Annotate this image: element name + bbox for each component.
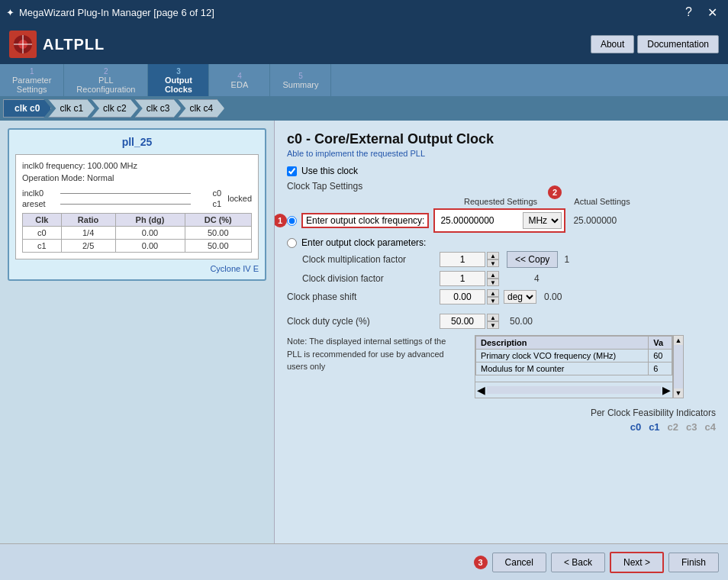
operation-mode: Operation Mode: Normal xyxy=(22,173,252,182)
phase-up-btn[interactable]: ▲ xyxy=(487,289,499,297)
table-row: Modulus for M counter 6 xyxy=(476,362,672,375)
page-title: c0 - Core/External Output Clock xyxy=(287,131,716,147)
mult-actual-value: 1 xyxy=(564,254,625,265)
div-label: Clock division factor xyxy=(302,273,440,284)
copy-button[interactable]: << Copy xyxy=(507,251,558,268)
clock-tabs: clk c0 clk c1 clk c2 clk c3 clk c4 xyxy=(0,96,728,121)
ports-area: inclk0 c0 areset c1 locked xyxy=(22,187,252,210)
settings-headers: Requested Settings 2 Actual Settings xyxy=(440,196,716,207)
feasibility-title: Per Clock Feasibility Indicators xyxy=(287,408,716,418)
finish-button[interactable]: Finish xyxy=(668,553,719,572)
about-button[interactable]: About xyxy=(591,35,634,53)
phase-down-btn[interactable]: ▼ xyxy=(487,297,499,304)
radio-freq[interactable] xyxy=(287,216,297,226)
info-table: Description Va Primary clock VCO frequen… xyxy=(475,336,672,375)
port-areset: areset c1 xyxy=(22,199,221,208)
table-row: Primary clock VCO frequency (MHz) 60 xyxy=(476,350,672,362)
titlebar: ✦ MegaWizard Plug-In Manager [page 6 of … xyxy=(0,0,728,24)
scroll-right-btn[interactable]: ▶ xyxy=(662,384,671,396)
badge-1: 1 xyxy=(275,214,287,227)
cancel-button[interactable]: Cancel xyxy=(492,553,546,572)
div-input[interactable] xyxy=(440,271,485,286)
documentation-button[interactable]: Documentation xyxy=(637,35,719,53)
clk-tab-c2[interactable]: clk c2 xyxy=(92,99,138,118)
clk-tab-c1[interactable]: clk c1 xyxy=(48,99,95,118)
note-area: Note: The displayed internal settings of… xyxy=(287,335,462,373)
left-panel: pll_25 inclk0 frequency: 100.000 MHz Ope… xyxy=(0,121,275,543)
phase-spinner[interactable]: ▲ ▼ xyxy=(487,289,499,304)
page-subtitle: Able to implement the requested PLL xyxy=(287,149,716,158)
clk-tab-c0[interactable]: clk c0 xyxy=(3,99,51,118)
mult-input[interactable] xyxy=(440,252,485,267)
badge-2: 2 xyxy=(548,185,562,199)
phase-unit-select[interactable]: deg ps xyxy=(504,290,536,304)
duty-input[interactable] xyxy=(440,314,485,329)
freq-unit-select[interactable]: MHz KHz xyxy=(523,212,562,229)
titlebar-title: ✦ MegaWizard Plug-In Manager [page 6 of … xyxy=(6,7,214,18)
table-row: c1 2/5 0.00 50.00 xyxy=(23,240,252,253)
clk-tab-c4[interactable]: clk c4 xyxy=(178,99,224,118)
main-content: pll_25 inclk0 frequency: 100.000 MHz Ope… xyxy=(0,121,728,543)
wizard-tabs: 1 Parameter Settings 2 PLL Reconfigurati… xyxy=(0,64,728,96)
freq-actual-value: 25.000000 xyxy=(573,215,642,226)
info-table-area: Description Va Primary clock VCO frequen… xyxy=(475,335,716,398)
scroll-left-btn[interactable]: ◀ xyxy=(477,384,485,396)
feasibility-clocks: c0 c1 c2 c3 c4 xyxy=(287,421,716,433)
vertical-scrollbar[interactable]: ▲ ▼ xyxy=(673,335,684,398)
duty-up-btn[interactable]: ▲ xyxy=(487,314,499,321)
feas-c4: c4 xyxy=(705,421,716,433)
pll-ratio-table: Clk Ratio Ph (dg) DC (%) c0 1/4 0.00 50.… xyxy=(22,213,252,253)
header-buttons: About Documentation xyxy=(591,35,719,53)
app-icon: ✦ xyxy=(6,7,14,18)
radio-freq-label: Enter output clock frequency: xyxy=(301,213,429,228)
mult-up-btn[interactable]: ▲ xyxy=(487,252,499,259)
freq-input[interactable] xyxy=(437,214,521,227)
clk-tab-c3[interactable]: clk c3 xyxy=(135,99,182,118)
duty-down-btn[interactable]: ▼ xyxy=(487,321,499,329)
div-up-btn[interactable]: ▲ xyxy=(487,271,499,279)
mult-label: Clock multiplication factor xyxy=(302,254,440,265)
duty-actual-value: 50.00 xyxy=(510,316,571,327)
mult-down-btn[interactable]: ▼ xyxy=(487,259,499,267)
use-clock-label: Use this clock xyxy=(301,166,358,176)
div-actual-value: 4 xyxy=(534,273,595,284)
logo-text: ALTPLL xyxy=(43,36,105,53)
duty-row: Clock duty cycle (%) ▲ ▼ 50.00 xyxy=(287,314,716,329)
horizontal-scrollbar[interactable] xyxy=(487,386,661,394)
div-down-btn[interactable]: ▼ xyxy=(487,279,499,286)
tab-summary[interactable]: 5 Summary xyxy=(270,64,331,96)
tab-eda[interactable]: 4 EDA xyxy=(209,64,270,96)
scroll-up-btn[interactable]: ▲ xyxy=(674,336,683,345)
actual-settings-label: Actual Settings xyxy=(574,197,630,206)
right-panel: c0 - Core/External Output Clock Able to … xyxy=(275,121,728,543)
feas-c0: c0 xyxy=(630,421,641,433)
cyclone-label: Cyclone IV E xyxy=(15,264,259,273)
port-inclk0: inclk0 c0 xyxy=(22,188,221,198)
use-clock-checkbox[interactable] xyxy=(287,166,297,176)
phase-row: Clock phase shift ▲ ▼ deg ps 0.00 xyxy=(287,289,716,304)
tab-parameter-settings[interactable]: 1 Parameter Settings xyxy=(0,64,64,96)
logo-icon xyxy=(9,31,37,58)
info-table-container: Description Va Primary clock VCO frequen… xyxy=(475,335,673,398)
div-row: Clock division factor ▲ ▼ 4 xyxy=(302,271,716,286)
radio-params[interactable] xyxy=(287,238,297,248)
feas-c2: c2 xyxy=(668,421,678,433)
div-spinner[interactable]: ▲ ▼ xyxy=(487,271,499,286)
phase-actual-value: 0.00 xyxy=(544,292,605,302)
requested-settings-label: Requested Settings xyxy=(464,197,537,206)
bottom-bar: 3 Cancel < Back Next > Finish xyxy=(0,543,728,580)
next-button[interactable]: Next > xyxy=(610,552,664,573)
note-info-section: Note: The displayed internal settings of… xyxy=(287,335,716,398)
phase-input[interactable] xyxy=(440,289,485,304)
feas-c1: c1 xyxy=(649,421,659,433)
mult-row: Clock multiplication factor ▲ ▼ << Copy … xyxy=(302,251,716,268)
tab-pll-reconfiguration[interactable]: 2 PLL Reconfiguration xyxy=(64,64,148,96)
duty-spinner[interactable]: ▲ ▼ xyxy=(487,314,499,329)
back-button[interactable]: < Back xyxy=(551,553,605,572)
help-button[interactable]: ? xyxy=(681,4,697,21)
mult-spinner[interactable]: ▲ ▼ xyxy=(487,252,499,267)
note-text: Note: The displayed internal settings of… xyxy=(287,335,455,373)
scroll-down-btn[interactable]: ▼ xyxy=(674,388,683,398)
close-button[interactable]: ✕ xyxy=(703,4,722,21)
tab-output-clocks[interactable]: 3 Output Clocks xyxy=(148,64,209,96)
